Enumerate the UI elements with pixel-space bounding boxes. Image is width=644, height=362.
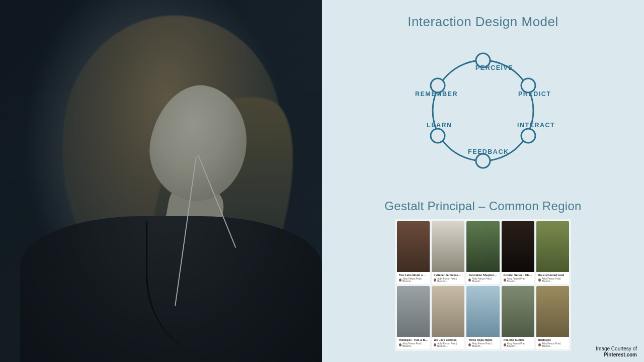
svg-point-3: [521, 129, 535, 143]
pin-card: the enchanted windAbby Farson Pratt | Bl…: [536, 221, 569, 284]
image-credit: Image Courtesy of Pinterest.com: [596, 346, 637, 358]
svg-point-0: [433, 60, 533, 161]
pin-card: Three Dogs Night.Abby Farson Pratt | Blo…: [466, 286, 499, 349]
section2-title: Gestalt Principal – Common Region: [322, 199, 644, 213]
pin-card: Alla fina hundarAbby Farson Pratt | Bloo…: [502, 286, 534, 349]
hero-photo: [0, 0, 322, 362]
content-panel: Interaction Design Model PERCEIVE PREDIC…: [322, 0, 644, 362]
cycle-label-predict: PREDICT: [518, 90, 551, 98]
svg-point-4: [476, 154, 490, 168]
pin-card: We Love CaninesAbby Farson Pratt | Bloom…: [432, 286, 464, 349]
cycle-label-remember: REMEMBER: [415, 90, 458, 98]
cycle-label-feedback: FEEDBACK: [468, 148, 509, 155]
slide: Interaction Design Model PERCEIVE PREDIC…: [0, 0, 644, 362]
pin-card: Australian Shepherd by Mona HöhlerAbby F…: [466, 221, 499, 284]
pin-card: Two Labs Model a Flower…Abby Farson Prat…: [397, 221, 430, 284]
cycle-label-interact: INTERACT: [517, 122, 555, 129]
pin-card: thedogist · Yuki & Biskie, Keeshonds, Ce…: [397, 286, 430, 349]
section1-title: Interaction Design Model: [322, 14, 644, 30]
svg-point-5: [431, 129, 445, 143]
cycle-label-perceive: PERCEIVE: [475, 64, 513, 71]
pin-card: L'Atelier de Picasso (Picasso's Studio) …: [432, 221, 464, 284]
pinterest-board: Two Labs Model a Flower…Abby Farson Prat…: [395, 219, 571, 351]
pin-card: Gordon Setter – Classic Look & Trim – Go…: [502, 221, 534, 284]
pin-card: thedogistAbby Farson Pratt | Bloomin…: [536, 286, 569, 349]
cycle-label-learn: LEARN: [427, 122, 452, 129]
